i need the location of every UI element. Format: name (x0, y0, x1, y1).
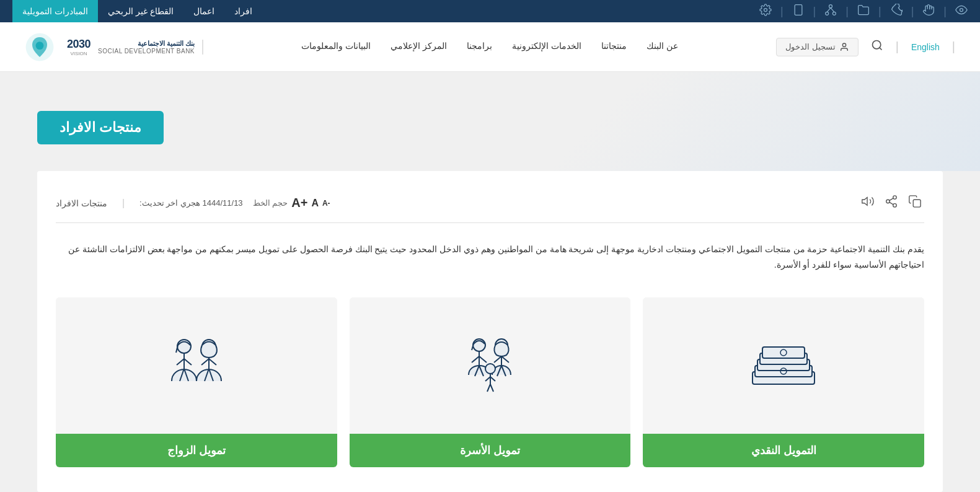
nav-eservices[interactable]: الخدمات الإلكترونية (502, 22, 591, 72)
svg-point-9 (872, 41, 880, 49)
login-label: تسجيل الدخول (785, 42, 836, 51)
top-nav-initiatives[interactable]: المبادرات التمويلية (12, 0, 98, 22)
nav-data[interactable]: البيانات والمعلومات (291, 22, 381, 72)
svg-line-4 (827, 8, 831, 12)
svg-line-46 (490, 384, 493, 392)
logo-text: بنك التنمية الاجتماعية SOCIAL DEVELOPMEN… (98, 40, 203, 55)
top-nav-business[interactable]: اعمال (183, 0, 224, 22)
svg-line-30 (472, 356, 479, 362)
svg-point-3 (833, 12, 836, 15)
last-update-label: اخر تحديث: (139, 198, 178, 208)
network-icon[interactable] (824, 4, 837, 19)
svg-point-2 (826, 12, 829, 15)
product-card-wedding[interactable]: تمويل الزواج (56, 297, 337, 467)
font-normal-btn[interactable]: A (311, 198, 319, 209)
phone-icon[interactable] (890, 4, 903, 19)
hero-banner: منتجات الافراد (0, 72, 980, 171)
font-size-controls: -A A +A حجم الخط (253, 196, 330, 210)
vision-2030-label: 2030 (67, 38, 90, 51)
card-label-wedding: تمويل الزواج (56, 434, 337, 467)
svg-point-41 (485, 364, 495, 374)
hero-title: منتجات الافراد (37, 111, 164, 144)
bank-logo-icon (25, 32, 55, 62)
top-nav: افراد اعمال القطاع غير الربحي المبادرات … (12, 0, 262, 22)
audio-icon[interactable] (859, 192, 877, 214)
login-button[interactable]: تسجيل الدخول (776, 38, 859, 56)
nav-media[interactable]: المركز الإعلامي (381, 22, 457, 72)
logo: بنك التنمية الاجتماعية SOCIAL DEVELOPMEN… (25, 32, 203, 62)
logo-english-name: SOCIAL DEVELOPMENT BANK (98, 48, 195, 55)
product-card-cash[interactable]: التمويل النقدي (643, 297, 924, 467)
product-cards: التمويل النقدي (56, 297, 924, 467)
font-size-label: حجم الخط (253, 198, 288, 208)
svg-point-13 (36, 42, 44, 50)
svg-point-1 (829, 5, 832, 8)
card-label-family: تمويل الأسرة (350, 434, 631, 467)
main-nav: عن البنك منتجاتنا الخدمات الإلكترونية بر… (203, 22, 776, 72)
nav-about[interactable]: عن البنك (637, 22, 688, 72)
folder-icon[interactable] (857, 4, 870, 19)
divider-5: | (813, 5, 816, 18)
top-nav-nonprofit[interactable]: القطاع غير الربحي (98, 0, 183, 22)
header: | English | تسجيل الدخول عن البنك منتجات… (0, 22, 980, 72)
product-card-family[interactable]: تمويل الأسرة (350, 297, 631, 467)
toolbar-separator: | (122, 198, 125, 209)
svg-point-15 (893, 196, 897, 200)
divider-4: | (845, 5, 849, 18)
last-update: 1444/11/13 هجري اخر تحديث: (139, 198, 243, 208)
card-label-cash: التمويل النقدي (643, 434, 924, 467)
mobile-icon[interactable] (792, 4, 805, 19)
copy-icon[interactable] (906, 192, 924, 214)
svg-point-11 (842, 43, 845, 46)
nav-programs[interactable]: برامجنا (457, 22, 502, 72)
nav-products[interactable]: منتجاتنا (591, 22, 637, 72)
card-image-family (350, 297, 631, 434)
toolbar: -A A +A حجم الخط 1444/11/13 هجري اخر تحد… (56, 183, 924, 223)
svg-line-5 (831, 8, 834, 12)
header-separator2: | (896, 40, 899, 54)
toolbar-right (859, 192, 924, 214)
svg-rect-25 (762, 347, 805, 358)
search-button[interactable] (871, 39, 883, 55)
top-nav-individuals[interactable]: افراد (224, 0, 262, 22)
svg-line-43 (485, 377, 490, 381)
page-content: منتجات الافراد (0, 72, 980, 492)
header-separator: | (952, 40, 955, 54)
header-left: | English | تسجيل الدخول (776, 38, 955, 56)
svg-point-17 (893, 204, 897, 208)
header-right: بنك التنمية الاجتماعية SOCIAL DEVELOPMEN… (25, 32, 203, 62)
svg-line-49 (177, 359, 184, 365)
svg-marker-20 (862, 198, 867, 206)
content-area: -A A +A حجم الخط 1444/11/13 هجري اخر تحد… (37, 171, 943, 492)
font-increase-btn[interactable]: +A (291, 196, 307, 210)
svg-point-8 (764, 9, 767, 12)
share-icon[interactable] (882, 192, 901, 214)
toolbar-left: -A A +A حجم الخط 1444/11/13 هجري اخر تحد… (56, 196, 330, 210)
font-decrease-btn[interactable]: -A (322, 199, 330, 208)
accessibility-hand-icon[interactable] (922, 4, 935, 19)
vision-label: VISION (70, 51, 87, 56)
language-toggle[interactable]: English (911, 42, 940, 52)
svg-line-37 (494, 356, 501, 362)
svg-line-31 (479, 356, 487, 362)
svg-line-56 (201, 359, 209, 365)
svg-line-45 (487, 384, 490, 392)
settings-icon[interactable] (759, 4, 772, 19)
divider-1: | (943, 5, 947, 18)
divider-2: | (911, 5, 914, 18)
top-bar: | | | | | | افراد اعمال القطاع (0, 0, 980, 22)
svg-line-57 (209, 359, 216, 365)
last-update-date: 1444/11/13 هجري (180, 198, 243, 208)
accessibility-icons: | | | | | | (759, 4, 968, 19)
svg-line-38 (501, 356, 509, 362)
svg-line-44 (490, 377, 495, 381)
svg-point-16 (886, 200, 890, 203)
description-text: يقدم بنك التنمية الاجتماعية حزمة من منتج… (56, 235, 924, 279)
svg-point-0 (960, 9, 963, 12)
svg-line-10 (880, 48, 882, 50)
card-image-wedding (56, 297, 337, 434)
accessibility-eye-icon[interactable] (955, 4, 968, 19)
svg-rect-6 (795, 5, 802, 15)
breadcrumb: منتجات الافراد (56, 198, 107, 208)
card-image-cash (643, 297, 924, 434)
